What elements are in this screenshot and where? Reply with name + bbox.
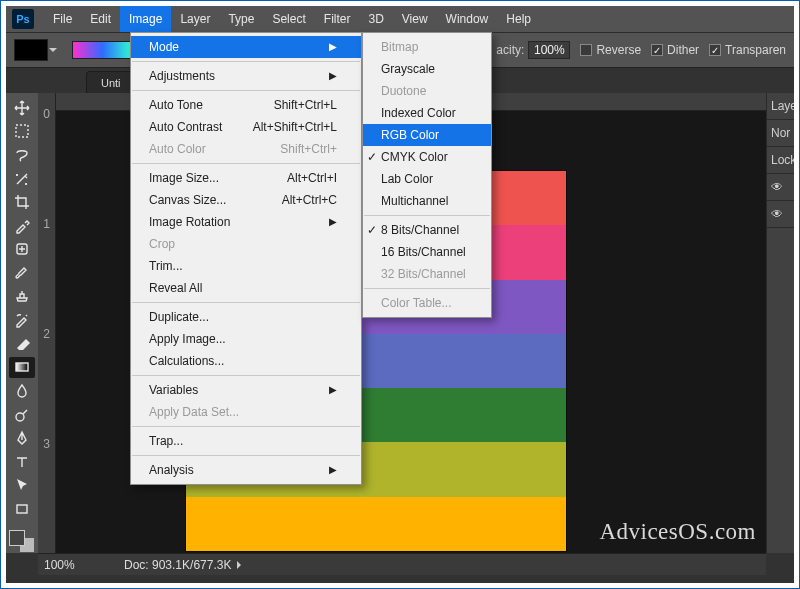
image-menu-auto-color: Auto ColorShift+Ctrl+	[131, 138, 361, 160]
svg-rect-0	[16, 125, 28, 137]
opacity-label: acity:	[496, 43, 524, 57]
magic-wand-tool[interactable]	[9, 168, 35, 190]
opacity-value[interactable]: 100%	[528, 41, 570, 59]
menu-image[interactable]: Image	[120, 6, 171, 32]
menu-view[interactable]: View	[393, 6, 437, 32]
menu-window[interactable]: Window	[437, 6, 498, 32]
image-menu-variables[interactable]: Variables▶	[131, 379, 361, 401]
mode-menu-indexed-color[interactable]: Indexed Color	[363, 102, 491, 124]
image-menu-duplicate[interactable]: Duplicate...	[131, 306, 361, 328]
status-bar: 100% Doc: 903.1K/677.3K	[38, 553, 766, 575]
lock-row: Lock:	[767, 147, 794, 174]
history-brush-tool[interactable]	[9, 309, 35, 331]
type-tool[interactable]	[9, 451, 35, 473]
zoom-level[interactable]: 100%	[44, 558, 104, 572]
image-menu-adjustments[interactable]: Adjustments▶	[131, 65, 361, 87]
dodge-tool[interactable]	[9, 404, 35, 426]
mode-menu-rgb-color[interactable]: RGB Color	[363, 124, 491, 146]
mode-menu-grayscale[interactable]: Grayscale	[363, 58, 491, 80]
mode-menu-color-table: Color Table...	[363, 292, 491, 314]
image-menu-analysis[interactable]: Analysis▶	[131, 459, 361, 481]
path-selection-tool[interactable]	[9, 475, 35, 497]
layers-panel-header[interactable]: Laye	[767, 93, 794, 120]
image-menu-dropdown: Mode▶Adjustments▶Auto ToneShift+Ctrl+LAu…	[130, 32, 362, 485]
tool-palette	[6, 93, 38, 553]
menu-help[interactable]: Help	[497, 6, 540, 32]
blend-mode-row[interactable]: Nor	[767, 120, 794, 147]
mode-menu-lab-color[interactable]: Lab Color	[363, 168, 491, 190]
menu-3d[interactable]: 3D	[359, 6, 392, 32]
image-menu-apply-image[interactable]: Apply Image...	[131, 328, 361, 350]
blur-tool[interactable]	[9, 380, 35, 402]
dither-label: Dither	[667, 43, 699, 57]
mode-menu-32-bits-channel: 32 Bits/Channel	[363, 263, 491, 285]
image-menu-trim[interactable]: Trim...	[131, 255, 361, 277]
image-menu-auto-tone[interactable]: Auto ToneShift+Ctrl+L	[131, 94, 361, 116]
mode-menu-multichannel[interactable]: Multichannel	[363, 190, 491, 212]
image-menu-image-size[interactable]: Image Size...Alt+Ctrl+I	[131, 167, 361, 189]
image-menu-calculations[interactable]: Calculations...	[131, 350, 361, 372]
menubar: Ps FileEditImageLayerTypeSelectFilter3DV…	[6, 6, 794, 32]
menu-edit[interactable]: Edit	[81, 6, 120, 32]
move-tool[interactable]	[9, 97, 35, 119]
ruler-vertical: 0123	[38, 93, 56, 553]
rectangle-tool[interactable]	[9, 498, 35, 520]
image-menu-crop: Crop	[131, 233, 361, 255]
menu-type[interactable]: Type	[219, 6, 263, 32]
mode-menu-bitmap: Bitmap	[363, 36, 491, 58]
foreground-swatch-picker[interactable]	[14, 39, 48, 61]
image-menu-canvas-size[interactable]: Canvas Size...Alt+Ctrl+C	[131, 189, 361, 211]
image-menu-image-rotation[interactable]: Image Rotation▶	[131, 211, 361, 233]
reverse-label: Reverse	[596, 43, 641, 57]
document-info[interactable]: Doc: 903.1K/677.3K	[124, 558, 231, 572]
eyedropper-tool[interactable]	[9, 215, 35, 237]
menu-select[interactable]: Select	[263, 6, 314, 32]
reverse-checkbox[interactable]	[580, 44, 592, 56]
healing-brush-tool[interactable]	[9, 239, 35, 261]
crop-tool[interactable]	[9, 191, 35, 213]
menu-filter[interactable]: Filter	[315, 6, 360, 32]
gradient-tool[interactable]	[9, 357, 35, 379]
transparency-label: Transparen	[725, 43, 786, 57]
svg-rect-2	[16, 363, 28, 371]
visibility-icon[interactable]: 👁	[767, 201, 794, 228]
transparency-checkbox[interactable]	[709, 44, 721, 56]
mode-menu-16-bits-channel[interactable]: 16 Bits/Channel	[363, 241, 491, 263]
image-menu-reveal-all[interactable]: Reveal All	[131, 277, 361, 299]
menu-layer[interactable]: Layer	[171, 6, 219, 32]
mode-menu-duotone: Duotone	[363, 80, 491, 102]
watermark: AdvicesOS.com	[599, 519, 756, 545]
image-menu-mode[interactable]: Mode▶	[131, 36, 361, 58]
svg-point-3	[16, 413, 24, 421]
image-menu-auto-contrast[interactable]: Auto ContrastAlt+Shift+Ctrl+L	[131, 116, 361, 138]
color-swatches[interactable]	[9, 530, 35, 553]
brush-tool[interactable]	[9, 262, 35, 284]
pen-tool[interactable]	[9, 427, 35, 449]
eraser-tool[interactable]	[9, 333, 35, 355]
lasso-tool[interactable]	[9, 144, 35, 166]
menu-file[interactable]: File	[44, 6, 81, 32]
mode-menu-8-bits-channel[interactable]: ✓8 Bits/Channel	[363, 219, 491, 241]
app-logo: Ps	[12, 9, 34, 29]
image-menu-trap[interactable]: Trap...	[131, 430, 361, 452]
right-panel: Laye Nor Lock: 👁 👁	[766, 93, 794, 553]
clone-stamp-tool[interactable]	[9, 286, 35, 308]
image-menu-apply-data-set: Apply Data Set...	[131, 401, 361, 423]
document-tab[interactable]: Unti	[86, 71, 136, 93]
visibility-icon[interactable]: 👁	[767, 174, 794, 201]
mode-menu-cmyk-color[interactable]: ✓CMYK Color	[363, 146, 491, 168]
status-flyout-icon[interactable]	[237, 561, 245, 569]
dither-checkbox[interactable]	[651, 44, 663, 56]
svg-rect-4	[17, 505, 27, 513]
marquee-tool[interactable]	[9, 121, 35, 143]
mode-submenu-dropdown: BitmapGrayscaleDuotoneIndexed ColorRGB C…	[362, 32, 492, 318]
